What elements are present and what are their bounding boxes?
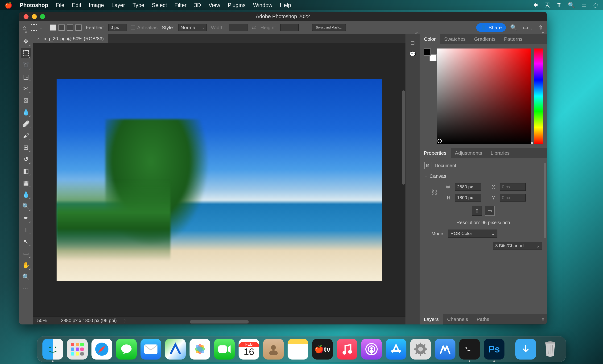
menu-file[interactable]: File — [56, 2, 64, 9]
tab-libraries[interactable]: Libraries — [486, 147, 514, 159]
color-panel-menu-icon[interactable]: ≡ — [542, 36, 545, 42]
dock-photoshop[interactable]: Ps — [484, 339, 504, 360]
feather-input[interactable] — [108, 24, 127, 31]
selection-intersect-icon[interactable] — [75, 24, 81, 31]
rectangular-marquee-tool[interactable] — [21, 48, 31, 58]
menubar-extra-icon[interactable]: ✱ — [533, 2, 538, 9]
dock-trash[interactable] — [540, 339, 561, 360]
dock-podcasts[interactable] — [361, 339, 382, 360]
hue-slider[interactable] — [534, 48, 543, 144]
dodge-tool[interactable]: 🔍 — [21, 201, 31, 211]
tab-patterns[interactable]: Patterns — [500, 33, 527, 45]
share-button[interactable]: 👤 Share — [476, 23, 506, 32]
search-icon[interactable]: 🔍 — [510, 24, 517, 31]
healing-brush-tool[interactable]: 🩹 — [21, 119, 31, 129]
menu-view[interactable]: View — [209, 2, 220, 9]
menu-type[interactable]: Type — [132, 2, 144, 9]
zoom-level[interactable]: 50% — [37, 318, 47, 323]
select-and-mask-button[interactable]: Select and Mask... — [312, 24, 346, 31]
dock-nordvpn[interactable] — [435, 339, 455, 360]
dock-app-store[interactable] — [386, 339, 406, 360]
tab-layers[interactable]: Layers — [420, 314, 443, 325]
hand-tool[interactable]: ✋ — [21, 260, 31, 270]
foreground-background-colors[interactable] — [424, 48, 434, 58]
eyedropper-tool[interactable]: 💧 — [21, 107, 31, 117]
tab-channels[interactable]: Channels — [443, 314, 472, 325]
menubar-app-name[interactable]: Photoshop — [20, 2, 48, 9]
dock-mail[interactable] — [140, 339, 161, 360]
tab-properties[interactable]: Properties — [420, 147, 451, 159]
frame-tool[interactable]: ⊠ — [21, 95, 31, 105]
dock-launchpad[interactable] — [67, 339, 88, 360]
dock-notes[interactable] — [288, 339, 308, 360]
dock-safari[interactable] — [92, 339, 112, 360]
tab-swatches[interactable]: Swatches — [440, 33, 470, 45]
tab-color[interactable]: Color — [420, 33, 440, 45]
portrait-orientation-button[interactable]: ▯ — [472, 206, 482, 216]
document-tab[interactable]: × img_20.jpg @ 50% (RGB/8#) — [33, 34, 108, 43]
foreground-color-swatch[interactable] — [424, 48, 431, 55]
marquee-tool-icon[interactable] — [31, 24, 37, 31]
tool-preset-dropdown[interactable]: ⌄ — [40, 26, 42, 29]
menu-plugins[interactable]: Plugins — [228, 2, 245, 9]
dock-finder[interactable] — [42, 339, 63, 360]
selection-add-icon[interactable] — [58, 24, 65, 31]
dock-contacts[interactable] — [263, 339, 284, 360]
window-minimize-button[interactable] — [32, 14, 37, 19]
dock-messages[interactable] — [116, 339, 137, 360]
blur-tool[interactable]: 💧 — [21, 189, 31, 200]
menu-layer[interactable]: Layer — [112, 2, 125, 9]
dock-facetime[interactable] — [214, 339, 235, 360]
status-more-icon[interactable]: 〉 — [124, 318, 128, 323]
crop-tool[interactable]: ✂ — [21, 83, 31, 94]
saturation-brightness-picker[interactable] — [437, 48, 531, 144]
menubar-siri-icon[interactable]: ◌ — [593, 2, 598, 9]
bit-depth-select[interactable]: 8 Bits/Channel⌄ — [493, 242, 542, 250]
canvas-scrollbar-horizontal[interactable] — [190, 320, 249, 323]
canvas-scrollbar-vertical[interactable] — [402, 90, 405, 185]
menu-filter[interactable]: Filter — [174, 2, 186, 9]
dock-music[interactable] — [337, 339, 357, 360]
properties-scrollbar[interactable] — [544, 163, 546, 238]
dock-maps[interactable] — [165, 339, 186, 360]
tab-adjustments[interactable]: Adjustments — [451, 147, 487, 159]
zoom-tool[interactable]: 🔍 — [21, 272, 31, 282]
window-maximize-button[interactable] — [40, 14, 45, 19]
rectangle-tool[interactable]: ▭ — [21, 248, 31, 259]
tab-paths[interactable]: Paths — [472, 314, 494, 325]
document-dimensions[interactable]: 2880 px x 1800 px (96 ppi) — [61, 318, 117, 323]
menu-edit[interactable]: Edit — [72, 2, 81, 9]
menubar-input-icon[interactable]: A — [545, 3, 550, 8]
menubar-spotlight-icon[interactable]: 🔍 — [568, 2, 575, 9]
eraser-tool[interactable]: ◧ — [21, 166, 31, 176]
window-close-button[interactable] — [23, 14, 29, 19]
path-selection-tool[interactable]: ↖ — [21, 236, 31, 247]
dock-calendar[interactable]: FEB 16 — [239, 339, 259, 360]
history-brush-tool[interactable]: ↺ — [21, 154, 31, 164]
properties-panel-menu-icon[interactable]: ≡ — [542, 150, 545, 156]
canvas-height-input[interactable] — [455, 194, 481, 201]
menu-window[interactable]: Window — [253, 2, 273, 9]
pen-tool[interactable]: ✒ — [21, 213, 31, 223]
menu-select[interactable]: Select — [152, 2, 167, 9]
tools-more[interactable]: ⋯ — [21, 284, 31, 294]
menu-image[interactable]: Image — [89, 2, 104, 9]
selection-new-icon[interactable] — [50, 24, 56, 31]
menubar-control-center-icon[interactable]: ⚌ — [581, 2, 587, 9]
export-icon[interactable]: ⇧ — [538, 24, 543, 31]
dock-photos[interactable] — [189, 339, 210, 360]
style-select[interactable]: Normal⌄ — [178, 24, 207, 31]
canvas-viewport[interactable] — [33, 43, 406, 316]
collapsed-panel-icon-1[interactable]: ⊟ — [408, 40, 417, 46]
menu-3d[interactable]: 3D — [194, 2, 201, 9]
tab-gradients[interactable]: Gradients — [470, 33, 500, 45]
dock-system-preferences[interactable] — [410, 339, 431, 360]
lasso-tool[interactable]: ➰ — [21, 60, 31, 70]
canvas-width-input[interactable] — [455, 183, 481, 191]
brush-tool[interactable]: 🖌 — [21, 131, 31, 141]
tab-close-icon[interactable]: × — [37, 36, 40, 41]
collapsed-panel-icon-2[interactable]: 💬 — [408, 51, 417, 57]
link-dimensions-icon[interactable]: ⛓ — [431, 189, 439, 196]
move-tool[interactable]: ✥ — [21, 36, 31, 47]
dock-downloads[interactable] — [515, 339, 536, 360]
